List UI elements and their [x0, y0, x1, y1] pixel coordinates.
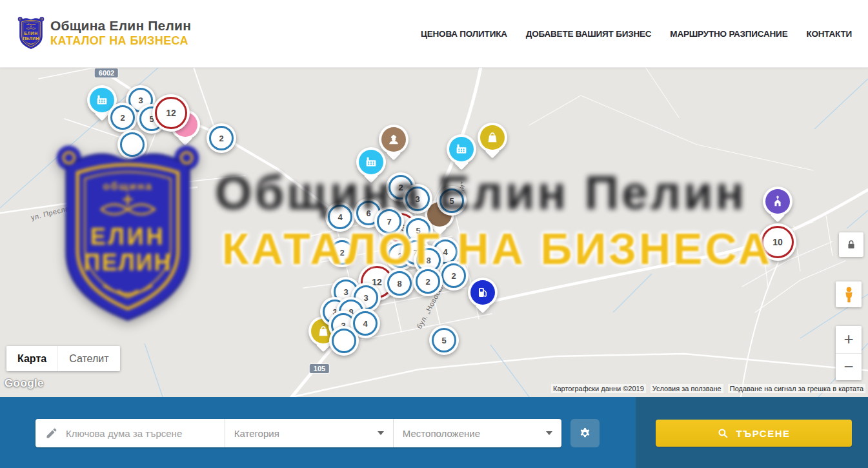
pegman-icon — [840, 286, 858, 303]
cluster-marker[interactable]: 5 — [437, 186, 467, 216]
location-dropdown[interactable]: Местоположение — [394, 419, 561, 447]
bag-pin[interactable] — [478, 123, 507, 152]
nav-item[interactable]: КОНТАКТИ — [806, 29, 852, 39]
church-pin[interactable] — [763, 187, 792, 216]
map-attribution-item[interactable]: Подаване на сигнал за грешка в картата — [728, 384, 865, 393]
zoom-in-button[interactable]: + — [836, 326, 862, 354]
municipality-emblem-icon — [17, 15, 45, 50]
cluster-marker[interactable] — [329, 326, 359, 356]
cluster-marker[interactable]: 2 — [108, 103, 137, 132]
gear-icon — [578, 426, 592, 441]
cluster-marker[interactable]: 10 — [759, 223, 796, 261]
brand-subtitle: КАТАЛОГ НА БИЗНЕСА — [50, 34, 191, 48]
map-attribution-item[interactable]: Условия за ползване — [651, 384, 723, 393]
street-view-pegman-button[interactable] — [836, 281, 862, 307]
map-type-map-button[interactable]: Карта — [6, 346, 57, 371]
main-nav: ЦЕНОВА ПОЛИТИКАДОБАВЕТЕ ВАШИЯТ БИЗНЕСМАР… — [421, 0, 852, 67]
zoom-out-button[interactable]: − — [836, 354, 862, 381]
map-type-satellite-button[interactable]: Сателит — [57, 346, 119, 371]
nav-item[interactable]: МАРШРУТНО РАЗПИСАНИЕ — [670, 29, 787, 39]
cluster-marker[interactable]: 4 — [325, 202, 355, 232]
chevron-down-icon — [378, 431, 384, 435]
cluster-marker[interactable]: 7 — [374, 207, 404, 236]
factory-pin[interactable] — [447, 134, 476, 164]
cluster-marker[interactable] — [117, 130, 147, 159]
lock-button[interactable] — [839, 232, 863, 257]
fuel-pin[interactable] — [468, 278, 498, 307]
nav-item[interactable]: ДОБАВЕТЕ ВАШИЯТ БИЗНЕС — [526, 29, 652, 39]
worker-pin[interactable] — [379, 125, 409, 154]
google-logo[interactable]: Google — [5, 377, 44, 390]
cluster-marker[interactable]: 8 — [385, 269, 414, 298]
brand-title: Община Елин Пелин — [50, 18, 191, 34]
cluster-marker[interactable]: 2 — [439, 261, 469, 290]
page: община ЕЛИН ПЕЛИН Община Елин Пелин КАТА… — [0, 0, 868, 468]
cluster-marker[interactable]: 2 — [327, 238, 357, 267]
search-button[interactable]: ТЪРСЕНЕ — [656, 420, 852, 447]
chevron-down-icon — [546, 431, 552, 435]
search-bar: Категория Местоположение ТЪРСЕНЕ — [0, 397, 868, 468]
search-fields-row: Категория Местоположение — [35, 419, 561, 447]
brand-logo[interactable]: Община Елин Пелин КАТАЛОГ НА БИЗНЕСА — [17, 15, 191, 50]
zoom-control: + − — [836, 326, 862, 380]
cluster-marker[interactable]: 2 — [413, 267, 443, 296]
pencil-icon — [45, 427, 58, 440]
map-attribution-item: Картографски данни ©2019 — [551, 384, 646, 393]
keyword-field-section — [35, 419, 225, 447]
search-button-label: ТЪРСЕНЕ — [736, 428, 790, 439]
cluster-marker[interactable]: 3 — [403, 184, 432, 214]
category-dropdown[interactable]: Категория — [225, 419, 394, 447]
lock-icon — [845, 238, 858, 251]
location-dropdown-label: Местоположение — [403, 428, 480, 439]
map-attribution: Картографски данни ©2019Условия за ползв… — [551, 384, 865, 393]
cluster-marker[interactable]: 2 — [207, 123, 236, 153]
map-canvas[interactable]: 6002105ул. Преславбул. „Новоселци" 32512… — [0, 67, 868, 397]
map-markers: 3251222351354672274821282333834510 — [0, 67, 868, 397]
keyword-search-input[interactable] — [65, 427, 225, 440]
brand-text: Община Елин Пелин КАТАЛОГ НА БИЗНЕСА — [50, 18, 191, 48]
advanced-settings-button[interactable] — [570, 419, 600, 447]
search-icon — [717, 427, 729, 440]
header: Община Елин Пелин КАТАЛОГ НА БИЗНЕСА ЦЕН… — [0, 0, 868, 68]
cluster-marker[interactable]: 12 — [152, 94, 190, 132]
category-dropdown-label: Категория — [234, 428, 279, 439]
cluster-marker[interactable]: 5 — [429, 325, 459, 355]
map-type-control: Карта Сателит — [6, 346, 120, 371]
nav-item[interactable]: ЦЕНОВА ПОЛИТИКА — [421, 29, 507, 39]
